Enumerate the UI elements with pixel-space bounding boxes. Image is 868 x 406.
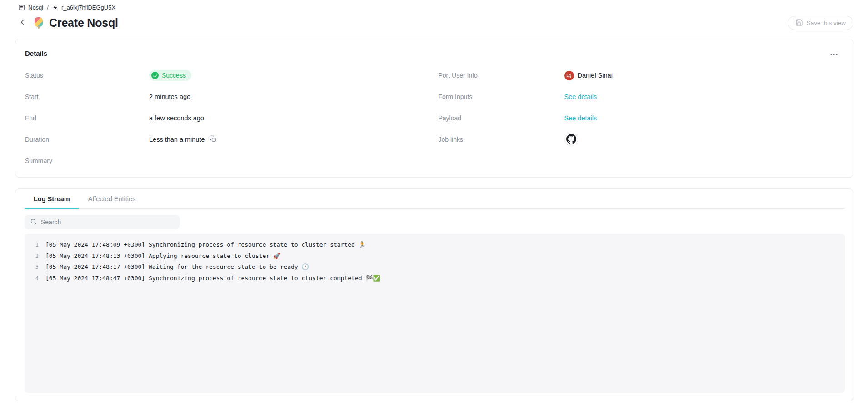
detail-row-status: Status Success (25, 70, 434, 81)
tab-affected-entities[interactable]: Affected Entities (79, 189, 145, 208)
log-line-number: 1 (25, 239, 45, 251)
catalog-icon (18, 4, 25, 11)
field-label: Job links (439, 136, 564, 143)
user-avatar: LQ (564, 71, 574, 80)
detail-row-summary: Summary (25, 155, 434, 166)
detail-row-start: Start 2 minutes ago (25, 91, 434, 102)
field-value: Less than a minute (149, 136, 205, 143)
tab-log-stream[interactable]: Log Stream (25, 189, 79, 208)
field-value: a few seconds ago (149, 114, 204, 122)
field-label: Payload (439, 114, 564, 122)
log-stream-viewer[interactable]: 1 [05 May 2024 17:48:09 +0300] Synchroni… (25, 234, 845, 393)
field-label: Port User Info (439, 72, 564, 79)
breadcrumb-label: r_a6lxj7hllDEGgU5X (61, 4, 115, 11)
copy-duration-button[interactable] (209, 135, 218, 144)
blueprint-popsicle-icon (35, 17, 43, 29)
log-line-number: 3 (25, 262, 45, 273)
back-button[interactable] (16, 17, 28, 29)
details-right-column: Port User Info LQ Daniel Sinai Form Inpu… (434, 70, 844, 166)
bolt-icon (52, 4, 58, 11)
breadcrumb-label: Nosql (28, 4, 43, 11)
log-line-text: [05 May 2024 17:48:47 +0300] Synchronizi… (45, 273, 380, 284)
github-icon (566, 134, 576, 145)
page-title: Create Nosql (49, 16, 118, 30)
field-value: 2 minutes ago (149, 93, 190, 100)
log-line: 3 [05 May 2024 17:48:17 +0300] Waiting f… (25, 262, 845, 273)
tabs-bar: Log Stream Affected Entities (25, 189, 845, 209)
log-line-number: 4 (25, 273, 45, 284)
user-name: Daniel Sinai (578, 72, 613, 79)
save-this-view-button[interactable]: Save this view (788, 16, 853, 30)
log-line: 1 [05 May 2024 17:48:09 +0300] Synchroni… (25, 239, 845, 251)
field-label: Form Inputs (439, 93, 564, 100)
field-label: Start (25, 93, 149, 100)
breadcrumb-item-nosql[interactable]: Nosql (18, 4, 43, 11)
payload-see-details-link[interactable]: See details (564, 114, 597, 122)
details-card: Details Status Success Start (15, 39, 853, 178)
field-label: Summary (25, 157, 149, 164)
status-badge: Success (149, 70, 191, 81)
log-line-text: [05 May 2024 17:48:13 +0300] Applying re… (45, 251, 280, 262)
check-circle-icon (151, 72, 159, 79)
detail-row-end: End a few seconds ago (25, 113, 434, 124)
detail-row-form-inputs: Form Inputs See details (439, 91, 844, 102)
log-search[interactable] (25, 215, 180, 229)
detail-row-duration: Duration Less than a minute (25, 134, 434, 145)
log-line-text: [05 May 2024 17:48:17 +0300] Waiting for… (45, 262, 309, 273)
details-left-column: Status Success Start 2 minutes ago End a… (25, 70, 434, 166)
search-icon (30, 218, 37, 227)
field-label: End (25, 114, 149, 122)
run-card: Log Stream Affected Entities 1 [05 May 2… (15, 188, 853, 401)
search-input[interactable] (41, 218, 174, 226)
form-inputs-see-details-link[interactable]: See details (564, 93, 597, 100)
breadcrumb: Nosql / r_a6lxj7hllDEGgU5X (0, 0, 868, 11)
log-line: 4 [05 May 2024 17:48:47 +0300] Synchroni… (25, 273, 845, 284)
detail-row-job-links: Job links (439, 134, 844, 145)
status-badge-label: Success (162, 72, 186, 79)
detail-row-payload: Payload See details (439, 113, 844, 124)
page-header: Create Nosql Save this view (16, 16, 853, 30)
log-line-text: [05 May 2024 17:48:09 +0300] Synchronizi… (45, 239, 366, 251)
log-line-number: 2 (25, 251, 45, 262)
log-line: 2 [05 May 2024 17:48:13 +0300] Applying … (25, 251, 845, 262)
breadcrumb-item-run[interactable]: r_a6lxj7hllDEGgU5X (52, 4, 115, 11)
chevron-left-icon (18, 18, 26, 28)
copy-icon (210, 135, 216, 144)
field-label: Status (25, 72, 149, 79)
github-job-link[interactable] (564, 133, 578, 146)
details-menu-button[interactable] (828, 48, 840, 58)
detail-row-port-user-info: Port User Info LQ Daniel Sinai (439, 70, 844, 81)
ellipsis-icon (830, 49, 838, 57)
details-card-title: Details (25, 50, 47, 57)
save-this-view-label: Save this view (807, 20, 846, 26)
breadcrumb-separator: / (47, 4, 49, 11)
save-icon (795, 19, 803, 28)
field-label: Duration (25, 136, 149, 143)
